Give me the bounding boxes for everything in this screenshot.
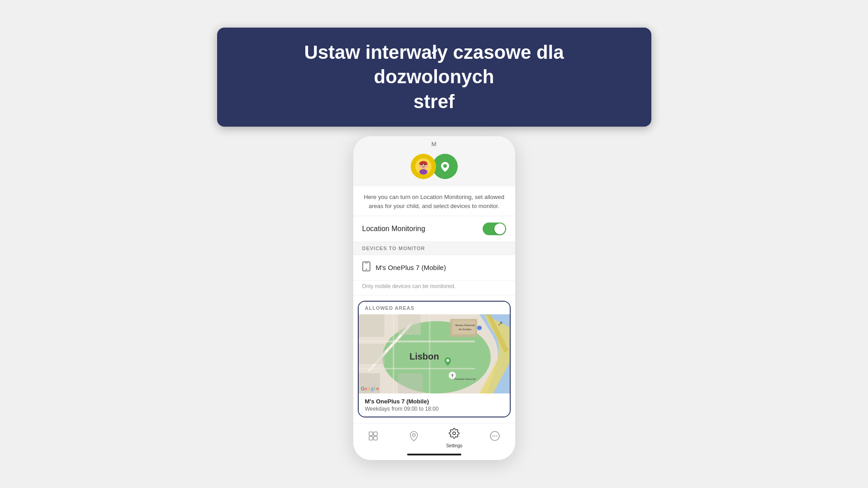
settings-nav-icon — [449, 428, 460, 441]
svg-point-50 — [494, 436, 495, 436]
banner-text: Ustaw interwały czasowe dla dozwolonych … — [244, 40, 624, 114]
svg-text:g: g — [371, 386, 374, 391]
svg-point-7 — [419, 169, 427, 175]
map-container: Museu Nacional do Azulejo 📍 Lisbon ✝ Pan… — [359, 314, 510, 393]
svg-rect-25 — [452, 321, 475, 334]
svg-point-51 — [496, 436, 497, 436]
svg-point-34 — [446, 359, 449, 362]
svg-point-49 — [493, 436, 493, 436]
more-nav-icon — [489, 431, 500, 444]
svg-rect-43 — [374, 432, 377, 436]
svg-point-11 — [365, 269, 366, 270]
svg-rect-45 — [374, 436, 377, 440]
svg-text:G: G — [361, 386, 365, 391]
device-note: Only mobile devices can be monitored. — [353, 280, 515, 295]
grid-icon — [368, 431, 379, 444]
svg-text:o: o — [365, 386, 367, 391]
svg-text:📍: 📍 — [477, 326, 481, 330]
svg-rect-20 — [398, 314, 421, 335]
phone-mockup: M — [353, 136, 516, 460]
svg-text:✝: ✝ — [451, 373, 454, 378]
description-text: Here you can turn on Location Monitoring… — [353, 186, 515, 216]
home-bar — [407, 454, 461, 455]
nav-item-location[interactable] — [394, 431, 434, 446]
svg-text:Panteão Nacional: Panteão Nacional — [454, 378, 475, 380]
location-avatar — [432, 154, 458, 179]
svg-rect-42 — [369, 432, 373, 436]
svg-text:l: l — [374, 386, 375, 391]
svg-point-46 — [413, 434, 415, 436]
svg-rect-44 — [369, 436, 373, 440]
svg-text:o: o — [368, 386, 370, 391]
banner: Ustaw interwały czasowe dla dozwolonych … — [217, 28, 651, 127]
svg-rect-23 — [398, 373, 423, 393]
svg-text:Lisbon: Lisbon — [409, 351, 439, 361]
phone-top-area: M — [353, 136, 515, 186]
child-avatar — [411, 154, 436, 179]
device-icon — [362, 261, 370, 274]
map-info: M's OnePlus 7 (Mobile) Weekdays from 09:… — [359, 393, 510, 417]
location-nav-icon — [409, 431, 419, 444]
nav-item-settings[interactable]: Settings — [434, 428, 475, 448]
icons-row — [411, 154, 458, 179]
top-label: M — [432, 141, 436, 147]
map-card-device: M's OnePlus 7 (Mobile) — [365, 398, 503, 405]
svg-point-5 — [421, 164, 422, 166]
svg-text:e: e — [376, 386, 379, 391]
svg-point-9 — [443, 164, 447, 168]
svg-text:↗: ↗ — [498, 320, 503, 327]
nav-item-more[interactable] — [474, 431, 515, 446]
location-monitoring-label: Location Monitoring — [362, 225, 426, 233]
allowed-areas-header: ALLOWED AREAS — [359, 302, 510, 314]
bottom-nav: Settings — [353, 423, 515, 451]
allowed-areas-card[interactable]: ALLOWED AREAS — [358, 301, 511, 417]
svg-rect-19 — [359, 314, 384, 337]
location-monitoring-row[interactable]: Location Monitoring — [353, 216, 515, 242]
location-monitoring-toggle[interactable] — [483, 223, 506, 235]
svg-text:Museu Nacional: Museu Nacional — [455, 324, 474, 327]
devices-section-header: DEVICES TO MONITOR — [353, 242, 515, 255]
device-name: M's OnePlus 7 (Mobile) — [376, 264, 446, 271]
device-row[interactable]: M's OnePlus 7 (Mobile) — [353, 255, 515, 280]
svg-point-6 — [424, 164, 425, 166]
nav-label-settings: Settings — [446, 443, 462, 448]
svg-point-47 — [453, 432, 455, 435]
home-indicator — [353, 451, 515, 460]
main-container: Ustaw interwały czasowe dla dozwolonych … — [217, 28, 651, 461]
map-card-schedule: Weekdays from 09:00 to 18:00 — [365, 406, 503, 412]
svg-text:do Azulejo: do Azulejo — [459, 328, 471, 331]
nav-item-grid[interactable] — [353, 431, 394, 446]
toggle-knob — [494, 223, 505, 234]
svg-rect-21 — [359, 344, 384, 364]
